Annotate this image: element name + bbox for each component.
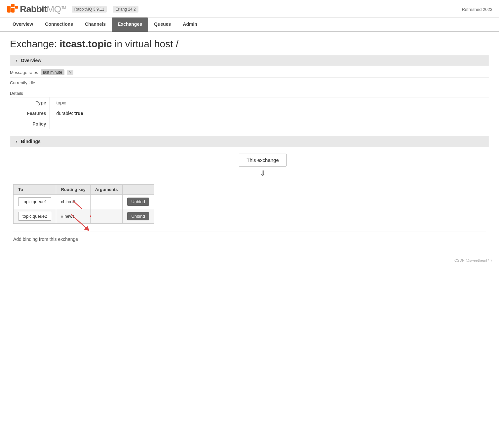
col-arguments: Arguments xyxy=(90,185,123,195)
page-title: Exchange: itcast.topic in virtual host / xyxy=(10,38,489,50)
help-badge[interactable]: ? xyxy=(67,70,73,75)
svg-rect-0 xyxy=(7,6,11,13)
bindings-section: ▼ Bindings This exchange ⇓ To Routing ke… xyxy=(10,136,489,248)
details-table: Type topic Features durable: true Policy xyxy=(10,97,489,129)
durable-value: true xyxy=(74,111,83,116)
details-label: Details xyxy=(10,88,489,97)
red-arrow-2 xyxy=(68,214,91,231)
chevron-down-icon: ▼ xyxy=(15,59,18,62)
bindings-section-header[interactable]: ▼ Bindings xyxy=(10,136,489,147)
footer-text: CSDN @sweetheart7-7 xyxy=(454,258,492,262)
refreshed-text: Refreshed 2023 xyxy=(462,7,492,12)
main-nav: Overview Connections Channels Exchanges … xyxy=(0,18,499,32)
this-exchange-box: This exchange xyxy=(239,154,287,167)
col-to: To xyxy=(14,185,56,195)
svg-line-5 xyxy=(71,214,88,229)
rabbitmq-version-badge: RabbitMQ 3.9.11 xyxy=(72,6,107,13)
binding-routing-key-1: china.# xyxy=(56,195,90,209)
rabbitmq-logo-icon xyxy=(7,3,19,15)
binding-to-2: topic.queue2 xyxy=(14,209,56,224)
binding-actions-2: Unbind xyxy=(123,209,154,224)
erlang-version-badge: Erlang 24.2 xyxy=(113,6,138,13)
binding-arguments-1 xyxy=(90,195,123,209)
col-routing-key: Routing key xyxy=(56,185,90,195)
bindings-header-label: Bindings xyxy=(21,139,41,144)
policy-value xyxy=(50,119,489,129)
down-arrow-icon: ⇓ xyxy=(260,169,266,178)
page-content: Exchange: itcast.topic in virtual host /… xyxy=(0,32,499,255)
bindings-table: To Routing key Arguments topic.queue1 xyxy=(13,184,154,224)
detail-row-features: Features durable: true xyxy=(10,108,489,119)
queue-box-1: topic.queue1 xyxy=(18,197,51,206)
exchange-flow: This exchange ⇓ xyxy=(40,154,486,178)
nav-item-queues[interactable]: Queues xyxy=(148,18,177,32)
binding-row-2: topic.queue2 #.news xyxy=(14,209,154,224)
binding-arguments-2 xyxy=(90,209,123,224)
policy-label: Policy xyxy=(10,119,50,129)
last-minute-badge[interactable]: last minute xyxy=(41,69,64,75)
nav-item-admin[interactable]: Admin xyxy=(177,18,203,32)
currently-idle: Currently idle xyxy=(10,78,489,88)
message-rates-label: Message rates xyxy=(10,70,38,75)
top-bar: RabbitMQTM RabbitMQ 3.9.11 Erlang 24.2 R… xyxy=(0,0,499,18)
nav-item-channels[interactable]: Channels xyxy=(79,18,112,32)
col-actions xyxy=(123,185,154,195)
type-label: Type xyxy=(10,97,50,108)
type-value: topic xyxy=(50,97,489,108)
nav-item-overview[interactable]: Overview xyxy=(7,18,39,32)
overview-section: ▼ Overview Message rates last minute ? C… xyxy=(10,55,489,129)
binding-routing-key-2: #.news xyxy=(56,209,90,224)
features-label: Features xyxy=(10,108,50,119)
binding-row-1: topic.queue1 china.# xyxy=(14,195,154,209)
bindings-chevron-icon: ▼ xyxy=(15,140,18,143)
footer: CSDN @sweetheart7-7 xyxy=(0,255,499,266)
detail-row-type: Type topic xyxy=(10,97,489,108)
add-binding-row: Add binding from this exchange xyxy=(13,232,486,242)
detail-row-policy: Policy xyxy=(10,119,489,129)
binding-to-1: topic.queue1 xyxy=(14,195,56,209)
unbind-button-1[interactable]: Unbind xyxy=(127,198,149,206)
exchange-name: itcast.topic xyxy=(59,38,112,49)
logo: RabbitMQTM xyxy=(7,3,66,15)
overview-header-label: Overview xyxy=(21,58,41,63)
svg-rect-1 xyxy=(11,4,15,7)
logo-area: RabbitMQTM RabbitMQ 3.9.11 Erlang 24.2 xyxy=(7,3,138,15)
logo-text: RabbitMQTM xyxy=(20,4,66,15)
add-binding-link[interactable]: Add binding from this exchange xyxy=(13,237,78,242)
svg-rect-3 xyxy=(15,6,18,9)
bindings-table-wrapper: To Routing key Arguments topic.queue1 xyxy=(13,184,486,224)
svg-rect-2 xyxy=(11,8,15,13)
queue-box-2: topic.queue2 xyxy=(18,212,51,221)
overview-section-header[interactable]: ▼ Overview xyxy=(10,55,489,66)
binding-actions-1: Unbind xyxy=(123,195,154,209)
nav-item-exchanges[interactable]: Exchanges xyxy=(112,18,148,32)
features-value: durable: true xyxy=(50,108,489,119)
nav-item-connections[interactable]: Connections xyxy=(39,18,79,32)
unbind-button-2[interactable]: Unbind xyxy=(127,212,149,220)
message-rates-row: Message rates last minute ? xyxy=(10,66,489,78)
bindings-content: This exchange ⇓ To Routing key Arguments xyxy=(10,147,489,248)
